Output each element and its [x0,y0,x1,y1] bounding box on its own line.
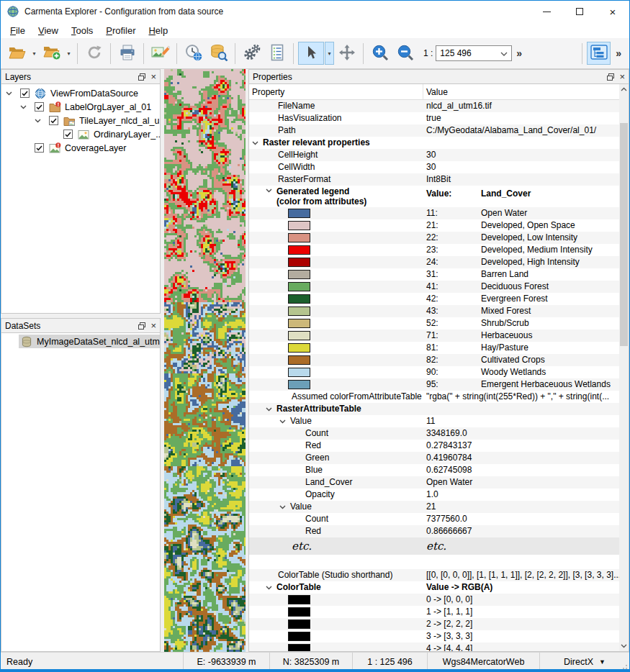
layer-item[interactable]: ViewFromDataSource [1,86,160,100]
property-row[interactable]: 71:Herbaceuous [249,330,619,342]
property-row[interactable]: 0 -> [0, 0, 0] [249,594,619,606]
float-panel-button[interactable] [607,73,614,81]
property-row[interactable]: 82:Cultivated Crops [249,354,619,366]
property-row[interactable]: Assumed colorFromAttributeTable"rgba(" +… [249,391,619,403]
expander-icon[interactable] [279,505,290,509]
property-row[interactable]: Red0.27843137 [249,440,619,452]
layer-checkbox[interactable] [35,102,44,112]
property-row[interactable]: Green0.41960784 [249,452,619,464]
property-row[interactable]: 3 -> [3, 3, 3] [249,630,619,643]
scroll-down-button[interactable] [619,641,629,651]
zoom-out-button[interactable] [393,42,417,65]
pan-tool-button[interactable] [335,42,359,65]
status-renderer[interactable]: DirectX▼ [539,653,629,671]
datasets-panel-titlebar[interactable]: DataSets × [1,318,161,333]
property-row[interactable]: Opacity1.0 [249,489,619,501]
close-button[interactable]: × [596,1,629,22]
property-row[interactable]: Raster relevant properties [249,137,619,149]
layers-panel-titlebar[interactable]: Layers × [1,69,161,84]
property-row[interactable]: Count7377560.0 [249,513,619,525]
property-row[interactable]: 1 -> [1, 1, 1] [249,606,619,618]
layer-item[interactable]: CoverageLayer [1,141,160,155]
property-row[interactable]: RasterFormatInt8Bit [249,173,619,186]
expander-icon[interactable] [266,586,276,590]
add-data-button[interactable] [40,42,63,65]
data-search-button[interactable] [207,42,230,65]
scale-combobox[interactable]: 125 496 [436,45,512,61]
property-row[interactable]: etc.etc. [249,537,619,555]
property-row[interactable]: CellWidth30 [249,161,619,173]
toolbar-overflow-button[interactable]: » [611,47,626,59]
property-row[interactable] [249,555,619,569]
property-row[interactable]: 41:Deciduous Forest [249,281,619,293]
menu-help[interactable]: Help [142,24,174,37]
menu-view[interactable]: View [32,24,65,37]
zoom-in-button[interactable] [368,42,392,65]
open-configuration-button[interactable] [5,42,29,65]
close-panel-button[interactable]: × [619,72,625,81]
close-panel-button[interactable]: × [150,321,156,330]
property-row[interactable]: CellHeight30 [249,149,619,161]
property-row[interactable]: 42:Evergreen Forest [249,293,619,305]
property-row[interactable]: 43:Mixed Forest [249,305,619,317]
property-row[interactable]: 23:Developed, Medium Intensity [249,244,619,256]
scroll-up-button[interactable] [619,84,629,94]
property-row[interactable]: Count3348169.0 [249,427,619,440]
expander-icon[interactable] [279,419,290,424]
property-row[interactable]: Value21 [249,501,619,513]
layer-checkbox[interactable] [63,130,73,139]
expander-icon[interactable] [20,105,35,109]
expander-icon[interactable] [266,407,276,412]
expander-icon[interactable] [35,119,49,123]
vertical-scrollbar[interactable] [619,84,629,651]
settings-button[interactable] [240,42,264,65]
property-row[interactable]: ColorTableValue -> RGB(A) [249,581,619,594]
property-row[interactable]: 4 -> [4, 4, 4] [249,643,619,651]
panels-toggle-button[interactable] [587,42,611,65]
layer-checkbox[interactable] [49,116,58,125]
dataset-item[interactable]: MyImageDataSet_nlcd_al_utm16 [19,335,160,348]
property-row[interactable]: Value11 [249,415,619,427]
maximize-button[interactable] [563,1,596,22]
layer-checkbox[interactable] [35,143,44,153]
metadata-notes-button[interactable] [265,42,289,65]
property-row[interactable]: 24:Developed, High Intensity [249,256,619,268]
add-data-dropdown[interactable]: ▾ [64,42,73,65]
menu-profiler[interactable]: Profiler [99,24,142,37]
property-row[interactable]: 2 -> [2, 2, 2] [249,618,619,630]
expander-icon[interactable] [252,141,263,145]
refresh-button[interactable] [82,42,106,65]
map-canvas[interactable] [164,69,246,652]
minimize-button[interactable] [530,1,563,22]
expander-icon[interactable] [6,91,20,96]
layer-item[interactable]: TileLayer_nlcd_al_u... [1,114,160,127]
property-row[interactable]: 52:Shrub/Scrub [249,317,619,330]
edit-configuration-button[interactable] [148,42,172,65]
toolbar-overflow-button[interactable]: » [512,47,526,59]
property-row[interactable]: FileNamenlcd_al_utm16.tif [249,100,619,112]
menu-tools[interactable]: Tools [65,24,99,37]
property-row[interactable]: ColorTable (Studio shorthand)[[0, [0, 0,… [249,569,619,581]
property-row[interactable]: 11:Open Water [249,207,619,219]
select-tool-button[interactable] [298,42,324,65]
property-row[interactable]: Red0.86666667 [249,525,619,537]
close-panel-button[interactable]: × [150,72,156,81]
open-configuration-dropdown[interactable]: ▾ [30,42,39,65]
property-row[interactable]: Generated legend(color from attributes)V… [249,186,619,207]
property-row[interactable]: Land_CoverOpen Water [249,476,619,489]
scrollbar-thumb[interactable] [620,123,628,346]
property-row[interactable]: 95:Emergent Herbaceuous Wetlands [249,378,619,391]
float-panel-button[interactable] [138,73,145,81]
property-row[interactable]: 22:Developed, Low Intensity [249,232,619,244]
property-row[interactable]: 31:Barren Land [249,268,619,281]
property-row[interactable]: 90:Woody Wetlands [249,366,619,378]
print-button[interactable] [115,42,139,65]
layer-item[interactable]: LabelOrgLayer_al_01 [1,100,160,114]
property-row[interactable]: PathC:/MyGeodata/Alabama_Land_Cover/al_0… [249,124,619,137]
property-row[interactable]: 21:Developed, Open Space [249,219,619,232]
float-panel-button[interactable] [138,322,145,330]
property-row[interactable]: RasterAttributeTable [249,403,619,415]
map-view[interactable] [164,69,246,652]
property-row[interactable]: Blue0.62745098 [249,464,619,476]
property-row[interactable]: HasVisualizationtrue [249,112,619,124]
